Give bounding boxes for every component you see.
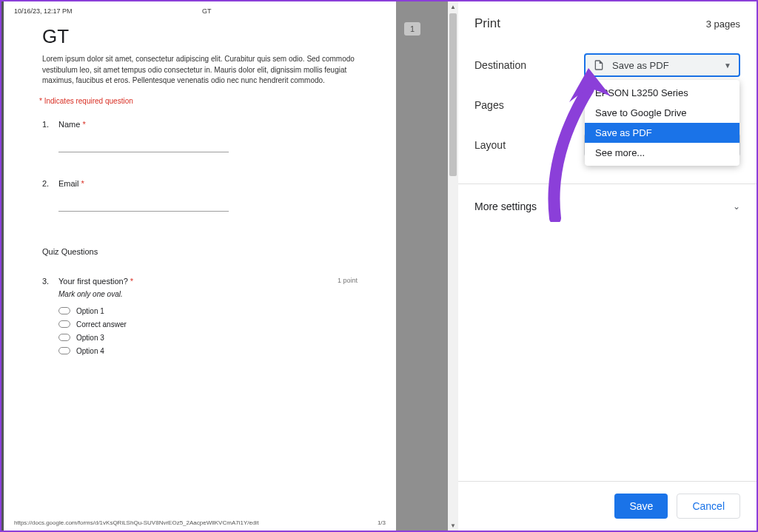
preview-footer-url: https://docs.google.com/forms/d/1vKsQRiL…: [14, 519, 258, 526]
preview-footer: https://docs.google.com/forms/d/1vKsQRiL…: [14, 519, 386, 526]
q2-answer-line: [58, 198, 229, 212]
print-preview-area: 10/16/23, 12:17 PM GT GT Lorem ipsum dol…: [1, 1, 458, 531]
pdf-file-icon: [593, 59, 605, 71]
q1-number: 1.: [42, 120, 58, 175]
doc-title: GT: [42, 25, 358, 48]
pages-label: Pages: [474, 99, 584, 111]
section-header: Quiz Questions: [42, 247, 358, 256]
destination-value: Save as PDF: [612, 60, 669, 71]
destination-dropdown[interactable]: Save as PDF ▼ EPSON L3250 Series Save to…: [584, 53, 740, 77]
layout-label: Layout: [474, 139, 584, 151]
preview-page-header: 10/16/23, 12:17 PM GT: [4, 1, 396, 19]
preview-page-indicator: 1/3: [378, 519, 386, 526]
q2-number: 2.: [42, 179, 58, 234]
chevron-down-icon: ▼: [724, 61, 731, 70]
cancel-button[interactable]: Cancel: [677, 494, 740, 519]
option-row: Option 1: [58, 307, 358, 315]
required-note: * Indicates required question: [39, 97, 358, 105]
print-settings-panel: Print 3 pages Destination Save as PDF ▼ …: [458, 1, 757, 531]
divider: [458, 183, 757, 184]
q1-label: Name *: [58, 120, 358, 129]
destination-menu: EPSON L3250 Series Save to Google Drive …: [585, 80, 739, 166]
page-number-badge: 1: [404, 22, 420, 36]
panel-title: Print: [474, 16, 500, 31]
doc-description: Lorem ipsum dolor sit amet, consectetur …: [42, 54, 358, 87]
preview-page-1: 10/16/23, 12:17 PM GT GT Lorem ipsum dol…: [4, 1, 396, 531]
preview-timestamp: 10/16/23, 12:17 PM: [14, 7, 73, 15]
save-button[interactable]: Save: [614, 494, 668, 519]
chevron-down-icon: ⌄: [733, 201, 740, 212]
destination-option-save-as-pdf[interactable]: Save as PDF: [585, 123, 739, 143]
preview-scrollbar[interactable]: ▲ ▼: [448, 1, 458, 531]
destination-option-see-more[interactable]: See more...: [585, 143, 739, 163]
q2-label: Email *: [58, 179, 358, 188]
option-row: Option 3: [58, 334, 358, 342]
option-row: Correct answer: [58, 320, 358, 329]
destination-label: Destination: [474, 59, 584, 71]
page-count: 3 pages: [706, 18, 740, 30]
option-row: Option 4: [58, 347, 358, 355]
scroll-down-icon[interactable]: ▼: [448, 520, 458, 531]
q1-answer-line: [58, 139, 229, 152]
q3-hint: Mark only one oval.: [58, 290, 358, 298]
q3-number: 3.: [42, 277, 58, 360]
more-settings-toggle[interactable]: More settings ⌄: [474, 198, 740, 215]
q3-label: Your first question? * 1 point: [58, 277, 358, 286]
panel-footer: Save Cancel: [458, 481, 757, 531]
more-settings-label: More settings: [474, 201, 537, 212]
thumbnail-strip: [396, 1, 451, 531]
destination-option-epson[interactable]: EPSON L3250 Series: [585, 83, 739, 103]
preview-header-title: GT: [202, 7, 212, 15]
destination-option-google-drive[interactable]: Save to Google Drive: [585, 103, 739, 123]
scroll-thumb[interactable]: [449, 13, 457, 176]
q3-points: 1 point: [338, 277, 358, 284]
scroll-up-icon[interactable]: ▲: [448, 1, 458, 12]
